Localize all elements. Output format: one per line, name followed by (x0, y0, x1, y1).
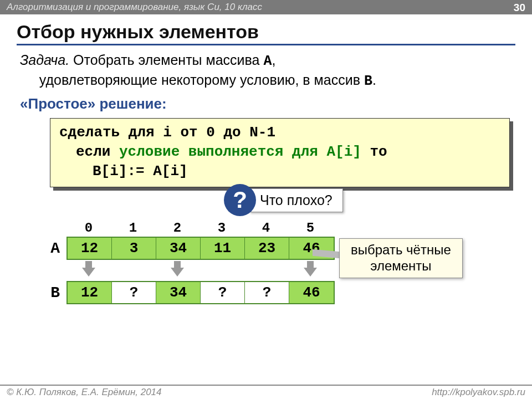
code-line-2: если условие выполняется для A[i] то (59, 142, 500, 162)
cell: 46 (289, 282, 334, 303)
cell: 11 (201, 238, 245, 259)
cell: 23 (245, 238, 289, 259)
cell: 34 (156, 238, 201, 259)
cell: 12 (68, 238, 112, 259)
page-number: 30 (514, 2, 525, 14)
task-label: Задача. (20, 52, 69, 68)
arrow-down-icon (172, 261, 183, 277)
arrow-row (66, 260, 335, 280)
question-mark-icon: ? (224, 184, 256, 216)
question-text: Что плохо? (249, 188, 343, 212)
header-bar: Алгоритмизация и программирование, язык … (0, 0, 532, 14)
arrow-down-icon (83, 261, 94, 277)
cell: 3 (112, 238, 156, 259)
cell: ? (112, 282, 156, 303)
cell: 12 (68, 282, 112, 303)
copyright: © К.Ю. Поляков, Е.А. Ерёмин, 2014 (7, 387, 162, 399)
array-a-row: A 12 3 34 11 23 46 (39, 237, 335, 260)
course-label: Алгоритмизация и программирование, язык … (7, 2, 262, 14)
array-illustration: 0 1 2 3 4 5 A 12 3 34 11 23 46 B 12 ? 34… (39, 221, 335, 304)
site-url: http://kpolyakov.spb.ru (432, 387, 525, 399)
arrow-down-icon (305, 261, 316, 277)
cell: ? (201, 282, 245, 303)
array-b-row: B 12 ? 34 ? ? 46 (39, 281, 335, 304)
code-line-3: B[i]:= A[i] (59, 162, 500, 181)
footer-bar: © К.Ю. Поляков, Е.А. Ерёмин, 2014 http:/… (0, 385, 532, 399)
array-name-b: B (364, 73, 372, 89)
page-title: Отбор нужных элементов (17, 21, 515, 45)
side-note: выбрать чётные элементы (339, 238, 463, 278)
cell: ? (245, 282, 289, 303)
code-block: сделать для i от 0 до N-1 если условие в… (50, 118, 510, 187)
task-text: Задача. Отобрать элементы массива A, удо… (20, 51, 515, 91)
code-line-1: сделать для i от 0 до N-1 (59, 123, 500, 142)
cell: 34 (156, 282, 201, 303)
solution-subhead: «Простое» решение: (20, 95, 515, 112)
index-row: 0 1 2 3 4 5 (66, 221, 335, 236)
array-name-a: A (263, 53, 272, 69)
question-callout: ? Что плохо? (224, 184, 343, 216)
